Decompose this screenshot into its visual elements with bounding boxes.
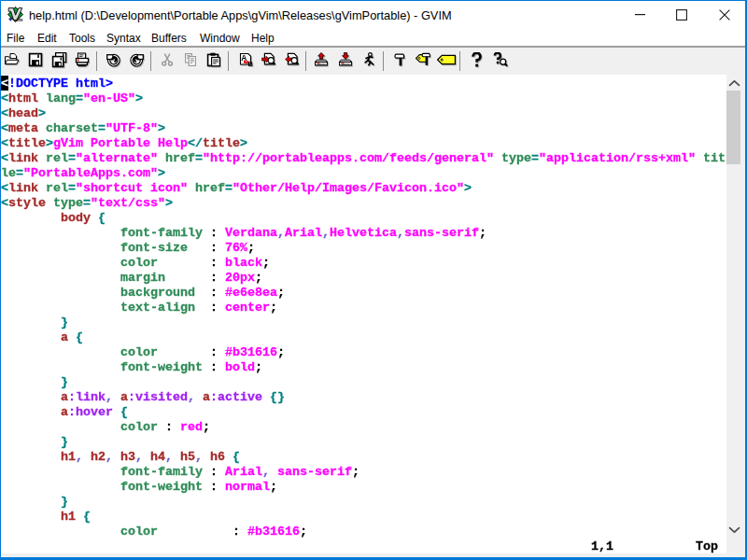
svg-text:im: im <box>16 17 22 22</box>
svg-text:B: B <box>248 60 254 68</box>
